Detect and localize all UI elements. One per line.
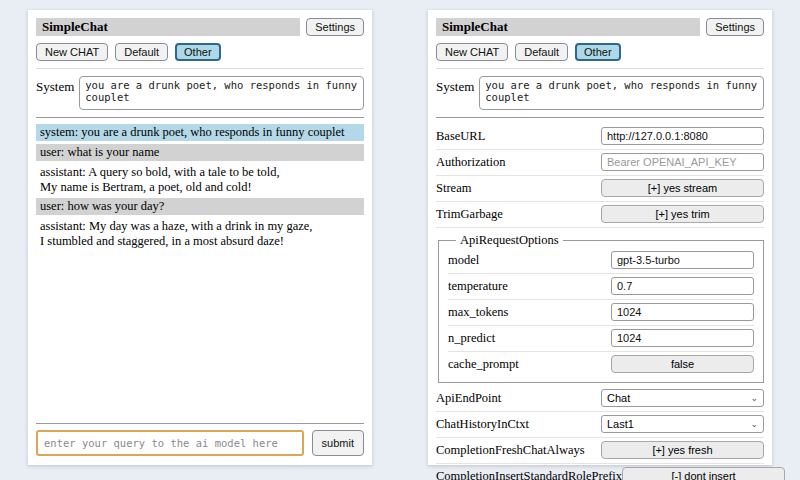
session-button-new-chat[interactable]: New CHAT bbox=[436, 43, 508, 61]
chathistoryinctxt-selected-value: Last1 bbox=[607, 418, 634, 430]
settings-panel: SimpleChat Settings New CHAT Default Oth… bbox=[428, 10, 772, 465]
model-input[interactable] bbox=[611, 251, 754, 269]
max-tokens-input[interactable] bbox=[611, 303, 754, 321]
completioninsertstandardroleprefix-label: CompletionInsertStandardRolePrefix bbox=[436, 469, 622, 480]
api-request-options-fieldset: ApiRequestOptions model temperature max_… bbox=[438, 233, 764, 383]
model-label: model bbox=[448, 253, 611, 268]
setting-row-n-predict: n_predict bbox=[448, 326, 754, 352]
chat-message-system: system: you are a drunk poet, who respon… bbox=[36, 124, 364, 141]
authorization-label: Authorization bbox=[436, 155, 601, 170]
setting-row-authorization: Authorization bbox=[436, 150, 764, 176]
divider bbox=[36, 68, 364, 69]
completionfreshchatalways-label: CompletionFreshChatAlways bbox=[436, 443, 601, 458]
app-header: SimpleChat Settings bbox=[36, 18, 364, 36]
setting-row-baseurl: BaseURL bbox=[436, 124, 764, 150]
setting-row-stream: Stream [+] yes stream bbox=[436, 176, 764, 202]
session-button-default[interactable]: Default bbox=[115, 43, 168, 61]
max-tokens-label: max_tokens bbox=[448, 305, 611, 320]
spacer bbox=[36, 253, 364, 417]
setting-row-completioninsertstandardroleprefix: CompletionInsertStandardRolePrefix [-] d… bbox=[436, 464, 764, 480]
query-input[interactable] bbox=[36, 430, 304, 456]
apiendpoint-selected-value: Chat bbox=[607, 392, 630, 404]
trimgarbage-label: TrimGarbage bbox=[436, 207, 601, 222]
temperature-input[interactable] bbox=[611, 277, 754, 295]
chevron-down-icon: ⌄ bbox=[750, 420, 758, 429]
trimgarbage-toggle-button[interactable]: [+] yes trim bbox=[601, 205, 764, 223]
session-button-new-chat[interactable]: New CHAT bbox=[36, 43, 108, 61]
api-request-options-legend: ApiRequestOptions bbox=[456, 233, 563, 248]
divider bbox=[436, 117, 764, 118]
setting-row-chathistoryinctxt: ChatHistoryInCtxt Last1 ⌄ bbox=[436, 412, 764, 438]
chevron-down-icon: ⌄ bbox=[750, 394, 758, 403]
setting-row-cache-prompt: cache_prompt false bbox=[448, 352, 754, 377]
system-prompt-input[interactable]: you are a drunk poet, who responds in fu… bbox=[79, 76, 364, 110]
system-label: System bbox=[436, 76, 474, 95]
chathistoryinctxt-select[interactable]: Last1 ⌄ bbox=[601, 415, 764, 433]
submit-button[interactable]: submit bbox=[312, 430, 364, 456]
apiendpoint-select[interactable]: Chat ⌄ bbox=[601, 389, 764, 407]
setting-row-completionfreshchatalways: CompletionFreshChatAlways [+] yes fresh bbox=[436, 438, 764, 464]
system-prompt-row: System you are a drunk poet, who respond… bbox=[436, 76, 764, 110]
chat-panel: SimpleChat Settings New CHAT Default Oth… bbox=[28, 10, 372, 465]
chathistoryinctxt-label: ChatHistoryInCtxt bbox=[436, 417, 601, 432]
completioninsertstandardroleprefix-toggle-button[interactable]: [-] dont insert bbox=[622, 467, 785, 480]
n-predict-input[interactable] bbox=[611, 329, 754, 347]
divider bbox=[36, 423, 364, 424]
app-title: SimpleChat bbox=[36, 18, 300, 36]
session-buttons: New CHAT Default Other bbox=[36, 43, 364, 61]
baseurl-input[interactable] bbox=[601, 127, 764, 145]
settings-button[interactable]: Settings bbox=[306, 18, 364, 36]
system-label: System bbox=[36, 76, 74, 95]
settings-button[interactable]: Settings bbox=[706, 18, 764, 36]
authorization-input[interactable] bbox=[601, 153, 764, 171]
system-prompt-input[interactable]: you are a drunk poet, who responds in fu… bbox=[479, 76, 764, 110]
completionfreshchatalways-toggle-button[interactable]: [+] yes fresh bbox=[601, 441, 764, 459]
chat-message-assistant: assistant: My day was a haze, with a dri… bbox=[36, 218, 364, 250]
setting-row-temperature: temperature bbox=[448, 274, 754, 300]
setting-row-model: model bbox=[448, 248, 754, 274]
chat-message-user: user: what is your name bbox=[36, 144, 364, 161]
session-buttons: New CHAT Default Other bbox=[436, 43, 764, 61]
app-header: SimpleChat Settings bbox=[436, 18, 764, 36]
session-button-default[interactable]: Default bbox=[515, 43, 568, 61]
temperature-label: temperature bbox=[448, 279, 611, 294]
system-prompt-row: System you are a drunk poet, who respond… bbox=[36, 76, 364, 110]
stream-toggle-button[interactable]: [+] yes stream bbox=[601, 179, 764, 197]
chat-message-assistant: assistant: A query so bold, with a tale … bbox=[36, 164, 364, 196]
n-predict-label: n_predict bbox=[448, 331, 611, 346]
stream-label: Stream bbox=[436, 181, 601, 196]
app-title: SimpleChat bbox=[436, 18, 700, 36]
setting-row-max-tokens: max_tokens bbox=[448, 300, 754, 326]
apiendpoint-label: ApiEndPoint bbox=[436, 391, 601, 406]
session-button-other[interactable]: Other bbox=[175, 43, 221, 61]
divider bbox=[436, 68, 764, 69]
cache-prompt-toggle-button[interactable]: false bbox=[611, 355, 754, 373]
setting-row-trimgarbage: TrimGarbage [+] yes trim bbox=[436, 202, 764, 228]
cache-prompt-label: cache_prompt bbox=[448, 357, 611, 372]
query-row: submit bbox=[36, 430, 364, 456]
divider bbox=[36, 117, 364, 118]
session-button-other[interactable]: Other bbox=[575, 43, 621, 61]
setting-row-apiendpoint: ApiEndPoint Chat ⌄ bbox=[436, 386, 764, 412]
chat-message-list: system: you are a drunk poet, who respon… bbox=[36, 124, 364, 252]
baseurl-label: BaseURL bbox=[436, 129, 601, 144]
chat-message-user: user: how was your day? bbox=[36, 198, 364, 215]
